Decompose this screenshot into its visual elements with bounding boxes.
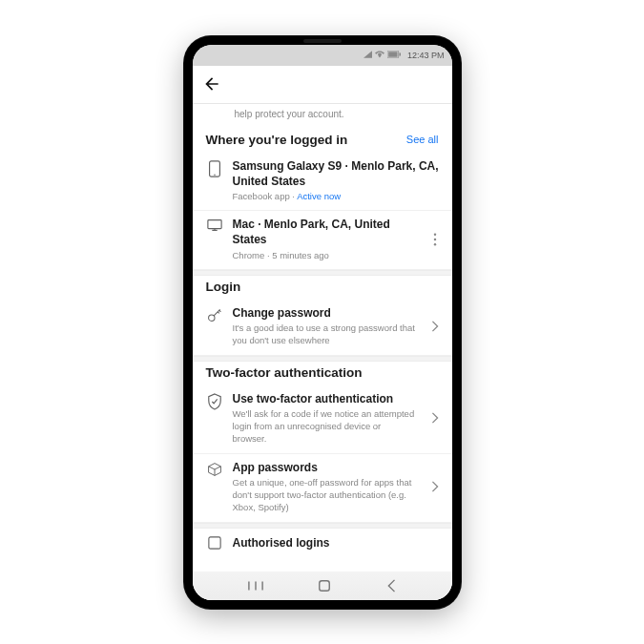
section-title: Where you're logged in — [206, 133, 348, 147]
helper-text-truncated: help protect your account. — [193, 104, 452, 129]
svg-rect-10 — [208, 537, 219, 549]
see-all-link[interactable]: See all — [406, 134, 439, 145]
session-title: Mac · Menlo Park, CA, United States — [233, 217, 416, 247]
row-sub: We'll ask for a code if we notice an att… — [233, 407, 416, 446]
wifi-icon — [375, 51, 384, 60]
phone-icon — [206, 158, 223, 177]
row-sub: It's a good idea to use a strong passwor… — [233, 322, 416, 347]
svg-point-7 — [433, 238, 435, 239]
session-sub: Chrome · 5 minutes ago — [233, 249, 416, 261]
nav-home-button[interactable] — [318, 579, 331, 592]
cube-icon — [206, 460, 223, 477]
nav-back-button[interactable] — [386, 579, 396, 592]
svg-rect-5 — [207, 220, 220, 229]
chevron-right-icon — [426, 321, 445, 332]
change-password-row[interactable]: Change password It's a good idea to use … — [193, 300, 452, 356]
screen: 12:43 PM help protect your account. Wher… — [193, 45, 452, 600]
list-icon — [206, 536, 223, 550]
status-bar: 12:43 PM — [193, 45, 452, 66]
nav-recent-button[interactable] — [248, 579, 263, 592]
svg-rect-2 — [399, 52, 401, 55]
svg-point-9 — [208, 315, 214, 321]
session-title: Samsung Galaxy S9 · Menlo Park, CA, Unit… — [233, 158, 445, 189]
authorised-logins-row[interactable]: Authorised logins — [193, 529, 452, 550]
session-row-current[interactable]: Samsung Galaxy S9 · Menlo Park, CA, Unit… — [193, 153, 452, 212]
signal-icon — [364, 51, 372, 60]
section-header-two-factor: Two-factor authentication — [193, 362, 452, 385]
android-nav-bar — [193, 571, 452, 600]
svg-point-8 — [433, 243, 435, 245]
desktop-icon — [206, 217, 223, 232]
section-header-logged-in: Where you're logged in See all — [193, 129, 452, 153]
svg-rect-1 — [388, 52, 397, 56]
svg-rect-11 — [320, 580, 330, 591]
chevron-right-icon — [426, 412, 445, 424]
phone-frame: 12:43 PM help protect your account. Wher… — [184, 36, 461, 609]
row-body: Use two-factor authentication We'll ask … — [233, 391, 416, 446]
chevron-right-icon — [426, 481, 445, 492]
row-title: App passwords — [233, 460, 416, 475]
session-row-mac[interactable]: Mac · Menlo Park, CA, United States Chro… — [193, 211, 452, 270]
session-sub: Facebook app · Active now — [233, 190, 445, 202]
row-sub: Get a unique, one-off password for apps … — [233, 476, 416, 514]
status-time: 12:43 PM — [407, 51, 445, 60]
svg-point-4 — [214, 174, 215, 175]
row-body: Change password It's a good idea to use … — [233, 305, 416, 347]
shield-icon — [206, 391, 223, 410]
session-body: Mac · Menlo Park, CA, United States Chro… — [233, 217, 416, 261]
section-title: Login — [206, 280, 241, 294]
session-body: Samsung Galaxy S9 · Menlo Park, CA, Unit… — [233, 158, 445, 203]
more-menu-button[interactable] — [426, 233, 445, 246]
section-title: Two-factor authentication — [206, 365, 363, 380]
key-icon — [206, 305, 223, 322]
section-header-login: Login — [193, 276, 452, 300]
use-two-factor-row[interactable]: Use two-factor authentication We'll ask … — [193, 385, 452, 454]
row-title: Authorised logins — [233, 536, 330, 550]
app-bar — [193, 66, 452, 104]
content-scroll[interactable]: help protect your account. Where you're … — [193, 104, 452, 600]
row-title: Change password — [233, 305, 416, 321]
back-button[interactable] — [202, 74, 221, 93]
phone-earpiece — [303, 39, 342, 43]
row-title: Use two-factor authentication — [233, 391, 416, 406]
svg-point-6 — [433, 233, 435, 235]
battery-icon — [387, 51, 401, 60]
row-body: App passwords Get a unique, one-off pass… — [233, 460, 416, 514]
app-passwords-row[interactable]: App passwords Get a unique, one-off pass… — [193, 454, 452, 523]
